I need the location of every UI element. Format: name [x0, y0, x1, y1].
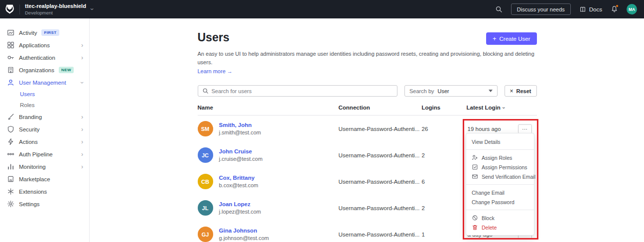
menu-divider: [466, 210, 534, 210]
chevron-right-icon: ›: [81, 139, 83, 145]
notification-dot: [616, 4, 619, 7]
first-badge: FIRST: [41, 29, 59, 36]
search-button[interactable]: [495, 5, 503, 13]
chevron-down-icon: ›: [79, 82, 85, 84]
sidebar-item-organizations[interactable]: Organizations NEW: [0, 64, 89, 76]
search-input[interactable]: [212, 88, 393, 94]
sidebar-item-label: Actions: [19, 139, 38, 145]
user-management-icon: [7, 79, 14, 86]
users-search-box[interactable]: [198, 85, 398, 97]
chevron-right-icon: ›: [81, 151, 83, 157]
menu-item-send-verification-email[interactable]: Send Verification Email: [466, 172, 534, 181]
sidebar-item-roles[interactable]: Roles: [0, 100, 89, 111]
avatar: CB: [198, 174, 213, 189]
user-name-link[interactable]: Cox, Brittany: [219, 175, 258, 181]
header-name: Name: [198, 105, 339, 111]
menu-item-label: View Details: [472, 139, 501, 145]
connection-cell: Username-Password-Authenti...: [339, 205, 422, 211]
menu-item-label: Change Password: [472, 199, 515, 205]
user-email: j.lopez@test.com: [219, 209, 261, 215]
create-user-label: Create User: [500, 36, 530, 42]
header-latest-login: Latest Login: [467, 105, 501, 111]
main-content: Users + Create User An easy to use UI to…: [90, 18, 644, 242]
extensions-icon: [7, 188, 14, 195]
sidebar-item-authentication[interactable]: Authentication ›: [0, 51, 89, 64]
sidebar-item-label: Roles: [20, 102, 34, 108]
new-badge: NEW: [59, 67, 74, 73]
user-name-link[interactable]: Gina Johnson: [219, 228, 269, 234]
user-name-link[interactable]: Joan Lopez: [219, 201, 261, 207]
branding-icon: [7, 113, 14, 121]
search-by-value: User: [438, 88, 449, 94]
latest-login-sort[interactable]: Latest Login ›: [467, 105, 537, 111]
email-icon: [472, 173, 478, 180]
page-description: An easy to use UI to help administrators…: [198, 50, 537, 66]
tenant-switcher[interactable]: ttec-realplay-blueshield Development ›: [25, 3, 93, 15]
topbar: ttec-realplay-blueshield Development › D…: [0, 0, 644, 18]
sidebar-item-label: Organizations: [19, 67, 54, 73]
sidebar-item-applications[interactable]: Applications ›: [0, 39, 89, 51]
chevron-right-icon: ›: [81, 126, 83, 132]
sidebar-item-security[interactable]: Security ›: [0, 123, 89, 135]
logins-cell: 26: [422, 126, 467, 132]
sidebar-item-monitoring[interactable]: Monitoring ›: [0, 160, 89, 173]
row-actions-button[interactable]: ···: [518, 124, 532, 133]
avatar: GJ: [198, 227, 213, 242]
header-connection: Connection: [339, 105, 422, 111]
menu-item-view-details[interactable]: View Details: [466, 137, 534, 146]
sidebar-item-activity[interactable]: Activity FIRST: [0, 26, 89, 39]
pipeline-icon: [7, 150, 14, 158]
logins-cell: 2: [422, 205, 467, 211]
sidebar-item-label: Security: [19, 126, 40, 132]
sidebar-item-label: Auth Pipeline: [19, 151, 53, 157]
assign-roles-icon: [472, 154, 478, 161]
authentication-icon: [7, 54, 14, 61]
sidebar-item-settings[interactable]: Settings: [0, 198, 89, 210]
sidebar-item-label: Settings: [19, 201, 40, 207]
chevron-right-icon: ›: [81, 114, 83, 120]
close-icon: ×: [510, 88, 514, 95]
discuss-needs-button[interactable]: Discuss your needs: [511, 3, 571, 15]
search-by-select[interactable]: Search by User: [404, 85, 497, 97]
sidebar-item-marketplace[interactable]: Marketplace: [0, 173, 89, 185]
sidebar-item-users[interactable]: Users: [0, 89, 89, 100]
block-icon: [472, 215, 478, 221]
sidebar-item-label: Monitoring: [19, 164, 46, 170]
latest-login-value: 19 hours ago: [468, 126, 501, 132]
menu-item-assign-roles[interactable]: Assign Roles: [466, 153, 534, 162]
sidebar-item-actions[interactable]: Actions ›: [0, 135, 89, 148]
menu-item-label: Block: [482, 215, 495, 221]
auth0-logo: [5, 4, 14, 14]
sidebar-item-label: Applications: [19, 42, 50, 48]
sidebar-item-auth-pipeline[interactable]: Auth Pipeline ›: [0, 148, 89, 160]
docs-button[interactable]: Docs: [579, 6, 602, 13]
shield-icon: [7, 125, 14, 133]
menu-item-label: Assign Roles: [482, 155, 512, 161]
assign-permissions-icon: [472, 164, 478, 170]
menu-item-change-email[interactable]: Change Email: [466, 188, 534, 197]
table-header-row: Name Connection Logins Latest Login ›: [198, 105, 537, 116]
search-icon: [495, 5, 503, 13]
menu-item-assign-permissions[interactable]: Assign Permissions: [466, 162, 534, 172]
sidebar-item-label: Authentication: [19, 55, 55, 61]
sidebar-item-branding[interactable]: Branding ›: [0, 111, 89, 123]
user-name-link[interactable]: John Cruise: [219, 148, 263, 154]
learn-more-link[interactable]: Learn more →: [198, 68, 233, 74]
header-logins: Logins: [422, 105, 467, 111]
gear-icon: [7, 200, 14, 208]
reset-button[interactable]: × Reset: [505, 85, 537, 97]
search-by-label: Search by: [409, 88, 434, 94]
create-user-button[interactable]: + Create User: [486, 32, 537, 45]
menu-item-delete[interactable]: Delete: [466, 223, 534, 232]
user-name-link[interactable]: Smith, John: [219, 122, 261, 128]
menu-item-block[interactable]: Block: [466, 213, 534, 223]
user-avatar[interactable]: MA: [627, 4, 637, 14]
docs-label: Docs: [589, 6, 602, 12]
connection-cell: Username-Password-Authenti...: [339, 126, 422, 132]
notifications-button[interactable]: [611, 5, 618, 13]
sidebar-item-user-management[interactable]: User Management ›: [0, 76, 89, 89]
sidebar-item-extensions[interactable]: Extensions: [0, 185, 89, 198]
applications-icon: [7, 41, 14, 49]
menu-item-change-password[interactable]: Change Password: [466, 197, 534, 207]
plus-icon: +: [493, 35, 497, 42]
